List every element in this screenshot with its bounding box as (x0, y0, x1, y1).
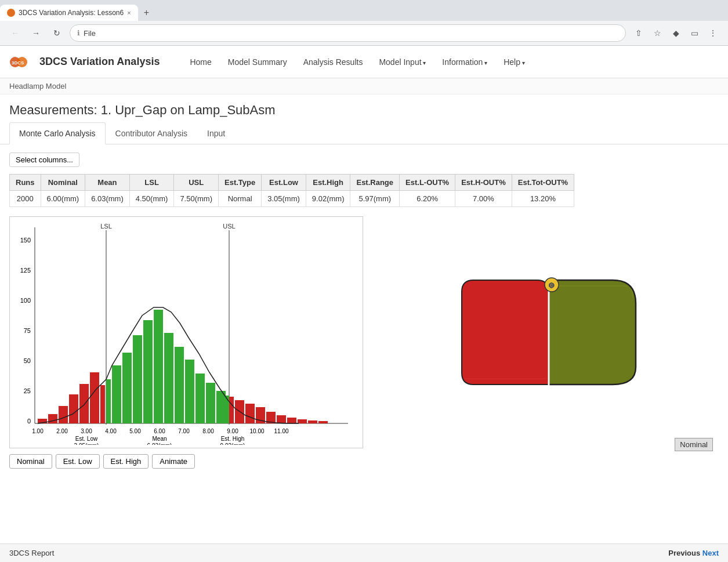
headlamp-illustration: ⓿ (450, 263, 647, 390)
table-row: 2000 6.00(mm) 6.03(mm) 4.50(mm) 7.50(mm)… (10, 191, 574, 207)
svg-text:6.03(mm): 6.03(mm) (147, 443, 172, 445)
app-container: 3DCS 3DCS Variation Analysis Home Model … (0, 46, 728, 521)
est-high-btn[interactable]: Est. High (103, 454, 149, 469)
content-area: Select columns... Runs Nominal Mean LSL … (0, 144, 728, 477)
new-tab-btn[interactable]: + (138, 8, 155, 18)
svg-rect-20 (79, 384, 89, 423)
browser-controls: ← → ↻ ℹ File ⇧ ☆ ◆ ▭ ⋮ (0, 21, 728, 45)
col-header-mean: Mean (85, 175, 130, 191)
nav-information[interactable]: Information (435, 53, 494, 71)
col-header-est-h-out: Est.H-OUT% (455, 175, 512, 191)
tab-contributor[interactable]: Contributor Analysis (106, 122, 198, 144)
svg-rect-22 (100, 385, 105, 423)
histogram-svg: 0 25 50 75 100 125 150 LSL (15, 222, 357, 445)
nav-help[interactable]: Help (497, 53, 532, 71)
col-header-est-l-out: Est.L-OUT% (400, 175, 455, 191)
est-low-btn[interactable]: Est. Low (56, 454, 100, 469)
select-columns-btn[interactable]: Select columns... (9, 153, 79, 167)
svg-text:1.00: 1.00 (32, 428, 44, 434)
col-header-lsl: LSL (129, 175, 174, 191)
page-title: Measurements: 1. Upr_Gap on Lamp_SubAsm (0, 95, 728, 122)
app-title: 3DCS Variation Analysis (39, 56, 160, 68)
svg-rect-26 (133, 335, 142, 423)
svg-rect-28 (154, 310, 163, 423)
tab-close-btn[interactable]: × (127, 9, 131, 16)
col-header-est-high: Est.High (306, 175, 350, 191)
cell-est-h-out: 7.00% (455, 191, 512, 207)
svg-text:4.00: 4.00 (105, 428, 117, 434)
svg-rect-44 (308, 420, 317, 423)
svg-text:0: 0 (27, 418, 31, 425)
svg-text:75: 75 (24, 327, 31, 334)
svg-rect-36 (229, 397, 234, 423)
share-btn[interactable]: ⇧ (631, 25, 647, 41)
split-view-btn[interactable]: ▭ (686, 25, 702, 41)
app-navbar: 3DCS 3DCS Variation Analysis Home Model … (0, 46, 728, 78)
nav-home[interactable]: Home (183, 53, 218, 71)
cell-runs: 2000 (10, 191, 41, 207)
svg-text:10.00: 10.00 (249, 428, 264, 434)
cell-est-tot-out: 13.20% (512, 191, 574, 207)
bookmark-btn[interactable]: ☆ (649, 25, 665, 41)
svg-rect-34 (216, 391, 226, 423)
svg-rect-31 (185, 360, 194, 423)
nominal-btn[interactable]: Nominal (9, 454, 52, 469)
svg-text:5.00: 5.00 (129, 428, 141, 434)
data-table: Runs Nominal Mean LSL USL Est.Type Est.L… (9, 174, 574, 207)
cell-mean: 6.03(mm) (85, 191, 130, 207)
address-bar[interactable]: ℹ File (70, 24, 626, 42)
svg-text:3.05(mm): 3.05(mm) (74, 443, 99, 445)
svg-text:50: 50 (24, 357, 31, 364)
cell-est-high: 9.02(mm) (306, 191, 350, 207)
svg-rect-23 (106, 379, 111, 423)
tab-monte-carlo[interactable]: Monte Carlo Analysis (9, 122, 106, 144)
browser-chrome: 3DCS Variation Analysis: Lesson6 × + ← →… (0, 0, 728, 46)
nav-model-summary[interactable]: Model Summary (221, 53, 294, 71)
col-header-est-range: Est.Range (350, 175, 400, 191)
tab-bar: 3DCS Variation Analysis: Lesson6 × + (0, 0, 728, 21)
svg-rect-41 (277, 415, 286, 423)
col-header-est-tot-out: Est.Tot-OUT% (512, 175, 574, 191)
nav-model-input[interactable]: Model Input (372, 53, 433, 71)
svg-text:7.00: 7.00 (178, 428, 190, 434)
svg-text:6.00: 6.00 (154, 428, 165, 434)
model-view: ⓿ Nominal (378, 216, 719, 469)
cell-usl: 7.50(mm) (174, 191, 219, 207)
svg-rect-33 (206, 383, 215, 423)
cell-est-low: 3.05(mm) (262, 191, 306, 207)
tab-input[interactable]: Input (197, 122, 235, 144)
cell-est-range: 5.97(mm) (350, 191, 400, 207)
svg-text:Est. Low: Est. Low (75, 436, 98, 442)
browser-tab[interactable]: 3DCS Variation Analysis: Lesson6 × (0, 5, 138, 21)
breadcrumb: Headlamp Model (0, 78, 728, 95)
nav-analysis-results[interactable]: Analysis Results (296, 53, 370, 71)
col-header-runs: Runs (10, 175, 41, 191)
svg-text:125: 125 (20, 267, 31, 274)
forward-btn[interactable]: → (28, 25, 44, 41)
cell-nominal: 6.00(mm) (41, 191, 85, 207)
back-btn[interactable]: ← (7, 25, 23, 41)
extensions-btn[interactable]: ◆ (668, 25, 684, 41)
button-row: Nominal Est. Low Est. High Animate (9, 454, 369, 469)
svg-rect-38 (245, 404, 255, 423)
svg-text:3.00: 3.00 (81, 428, 92, 434)
tabs: Monte Carlo Analysis Contributor Analysi… (0, 122, 728, 144)
svg-rect-35 (224, 396, 229, 423)
reload-btn[interactable]: ↻ (49, 25, 65, 41)
url-text: File (84, 29, 618, 38)
svg-rect-45 (318, 421, 328, 423)
col-header-usl: USL (174, 175, 219, 191)
svg-text:2.00: 2.00 (56, 428, 68, 434)
animate-btn[interactable]: Animate (152, 454, 195, 469)
app-logo: 3DCS 3DCS Variation Analysis (9, 53, 160, 71)
svg-rect-43 (298, 419, 307, 423)
svg-rect-32 (195, 374, 205, 423)
svg-text:Est. High: Est. High (221, 436, 245, 442)
nominal-badge: Nominal (675, 438, 713, 451)
svg-text:25: 25 (24, 387, 31, 394)
svg-rect-27 (143, 320, 153, 423)
svg-rect-42 (287, 418, 296, 423)
svg-rect-18 (59, 406, 68, 423)
svg-rect-30 (175, 347, 184, 423)
menu-btn[interactable]: ⋮ (705, 25, 721, 41)
